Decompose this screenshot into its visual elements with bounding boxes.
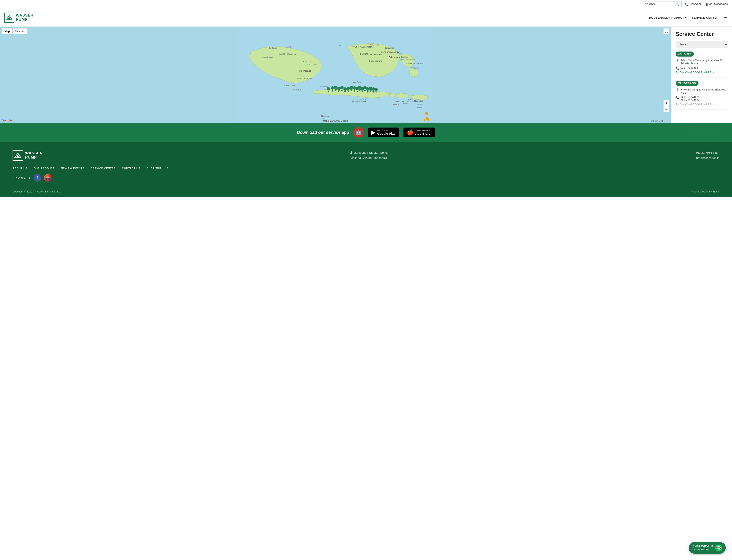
map-area[interactable]: WEST SUMATRA Bukittinggi Palembang BANGK…	[0, 27, 671, 123]
svg-text:Mataram: Mataram	[417, 103, 423, 105]
footer-nav-product[interactable]: OUR PRODUCT	[34, 167, 55, 170]
show-maps-tangerang[interactable]: SHOW ON GOOGLE MAPS →	[676, 103, 728, 106]
location-card-jakarta: JAKARTA 📍 Jalan Raya Mampang Prapatan 97…	[676, 52, 728, 77]
phone-item-1: 📞 1-500-839	[685, 3, 702, 6]
svg-point-72	[366, 87, 369, 91]
apple-icon: 🍎	[407, 129, 413, 136]
svg-rect-84	[17, 157, 19, 158]
footer-designer: Website design by Stucel	[691, 190, 719, 193]
svg-point-48	[331, 86, 334, 90]
svg-point-46	[327, 87, 330, 90]
svg-text:LAMPUNG: LAMPUNG	[292, 89, 301, 91]
zoom-out-button[interactable]: −	[663, 106, 670, 112]
svg-text:BANGKA: BANGKA	[303, 61, 311, 63]
arrow-icon-jakarta: →	[713, 71, 715, 74]
app-mascot: 🤖	[353, 127, 364, 138]
footer-copyright: Copyright © 2020 PT. Aditya Sarana Graha	[13, 190, 61, 193]
svg-point-80	[425, 112, 428, 115]
footer-logo-icon	[13, 150, 23, 161]
svg-text:SPECIAL REGION: SPECIAL REGION	[353, 98, 366, 100]
location-phone-jakarta: 📞 021 - 7988565	[676, 66, 728, 70]
app-banner: Download our service app 🤖 ▶ GET IT ON G…	[0, 123, 732, 142]
svg-text:OF YOGYAKARTA: OF YOGYAKARTA	[352, 101, 366, 103]
footer-logo[interactable]: WASSER PUMP	[13, 150, 43, 161]
app-store-button[interactable]: 🍎 Available on the App Store	[403, 128, 435, 137]
location-address-jakarta: 📍 Jalan Raya Mampang Prapatan 97Jakarta …	[676, 59, 728, 65]
svg-text:Palembang: Palembang	[299, 70, 311, 72]
region-select[interactable]: Jawa	[676, 41, 728, 48]
footer-nav-service[interactable]: SERVICE CENTER	[91, 167, 116, 170]
svg-text:Christmas: Christmas	[321, 115, 330, 117]
nav-household[interactable]: HOUSEHOLD PRODUCT ▾	[649, 16, 687, 19]
svg-text:Balikpapan: Balikpapan	[388, 56, 400, 58]
location-card-tangerang: TANGERANG 📍 Ruko Serpong Town Square Blo…	[676, 81, 728, 110]
google-play-button[interactable]: ▶ GET IT ON Google Play	[368, 128, 399, 137]
arrow-icon-tangerang: →	[713, 103, 715, 106]
facebook-icon[interactable]: f	[34, 174, 41, 182]
map-terms[interactable]: Terms of Use	[649, 120, 663, 122]
zoom-in-button[interactable]: +	[663, 100, 670, 106]
svg-point-58	[347, 87, 350, 90]
map-attribution: Map data ©2020 Google	[323, 120, 348, 122]
phone-item-2: 📱 0812-6000-839	[705, 3, 728, 6]
svg-text:Bima: Bima	[408, 98, 412, 100]
search-input[interactable]	[645, 3, 674, 6]
footer-bottom: Copyright © 2020 PT. Aditya Sarana Graha…	[13, 188, 719, 193]
phone-number-2: 0812-6000-839	[709, 3, 728, 6]
svg-text:SOUTH SUMATRA: SOUTH SUMATRA	[296, 77, 312, 79]
map-expand-button[interactable]: ⛶	[663, 28, 670, 35]
map-button[interactable]: Map	[2, 28, 13, 34]
svg-text:CENTRAL KALIMANTAN: CENTRAL KALIMANTAN	[359, 53, 382, 55]
app-banner-text: Download our service app	[297, 130, 349, 135]
header-nav-row: WASSER PUMP HOUSEHOLD PRODUCT ▾ SERVICE …	[0, 9, 732, 26]
search-bar[interactable]: 🔍	[643, 1, 682, 7]
svg-rect-3	[8, 19, 10, 20]
hamburger-icon[interactable]: ☰	[724, 15, 728, 20]
footer-nav-contact[interactable]: CONTACT US	[122, 167, 141, 170]
phone-icon-jakarta: 📞	[676, 66, 679, 70]
service-panel: Service Center Jawa JAKARTA 📍 Jalan Raya…	[671, 27, 732, 123]
svg-text:WEST SUMATRA: WEST SUMATRA	[279, 53, 296, 55]
svg-text:Palangkaraya: Palangkaraya	[369, 60, 382, 62]
footer-nav-about[interactable]: ABOUT US	[13, 167, 27, 170]
svg-point-50	[334, 86, 337, 89]
main-content: WEST SUMATRA Bukittinggi Palembang BANGK…	[0, 27, 732, 123]
svg-text:Sulawesi: Sulawesi	[400, 56, 408, 58]
search-icon: 🔍	[675, 2, 680, 6]
footer-address: Jl. Mampang Prapatan No. 97 Jakarta Sela…	[350, 150, 388, 161]
phone-icon-tangerang: 📞	[676, 96, 679, 99]
map-controls: Map Satellite	[2, 28, 28, 34]
footer-top: WASSER PUMP Jl. Mampang Prapatan No. 97 …	[13, 150, 719, 161]
svg-text:Siberut Island: Siberut Island	[262, 56, 273, 58]
pin-icon-jakarta: 📍	[676, 59, 679, 62]
svg-text:Pontianak: Pontianak	[370, 44, 379, 46]
footer-contact: +62 21 7986 588 info@wasser.co.id	[696, 150, 719, 161]
svg-text:Java Sea: Java Sea	[352, 81, 361, 84]
logo[interactable]: WASSER PUMP	[4, 10, 34, 25]
logo-icon	[4, 13, 14, 23]
nav-service-center[interactable]: SERVICE CENTER	[692, 16, 719, 19]
map-zoom-controls: + −	[663, 100, 670, 112]
svg-text:BELITUNG: BELITUNG	[308, 64, 317, 66]
footer-nav-shop[interactable]: SHOP WIITH US	[147, 167, 168, 170]
chevron-down-icon: ▾	[685, 16, 687, 19]
location-phone-tangerang: 📞 021 - 55744233021 - 55744234	[676, 95, 728, 102]
svg-text:WEST NUSA: WEST NUSA	[401, 101, 411, 102]
svg-text:EAST KALIMANTAN: EAST KALIMANTAN	[381, 51, 399, 53]
location-badge-jakarta[interactable]: JAKARTA	[676, 52, 694, 57]
svg-text:WEST SULAWESI: WEST SULAWESI	[400, 58, 415, 61]
instagram-icon[interactable]: 📸	[44, 174, 52, 182]
show-maps-jakarta[interactable]: SHOW ON GOOGLE MAPS →	[676, 71, 728, 74]
pin-icon-tangerang: 📍	[676, 88, 679, 92]
svg-text:BALI: BALI	[395, 100, 399, 102]
svg-text:East Nusa: East Nusa	[412, 101, 420, 102]
footer-nav-news[interactable]: NEWS & EVENTS	[61, 167, 84, 170]
svg-point-78	[374, 88, 378, 91]
svg-text:Sintang: Sintang	[338, 44, 344, 46]
satellite-button[interactable]: Satellite	[13, 28, 28, 34]
svg-point-60	[350, 86, 353, 89]
footer: WASSER PUMP Jl. Mampang Prapatan No. 97 …	[0, 142, 732, 197]
location-badge-tangerang[interactable]: TANGERANG	[676, 81, 698, 86]
location-address-tangerang: 📍 Ruko Serpong Town Square Blok AA2 No 3	[676, 88, 728, 94]
svg-text:Denpasar: Denpasar	[392, 104, 399, 106]
